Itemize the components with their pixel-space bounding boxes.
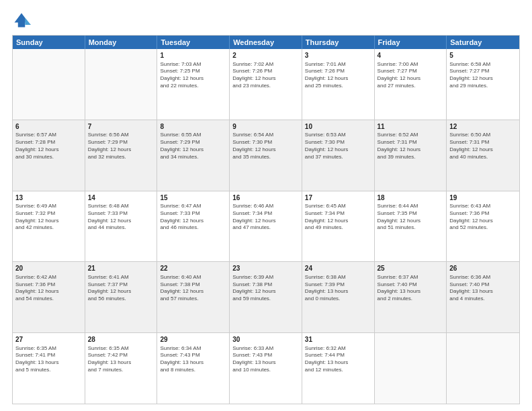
cell-info-line: Daylight: 12 hours	[15, 146, 82, 154]
day-cell-25: 25Sunrise: 6:37 AMSunset: 7:40 PMDayligh…	[375, 262, 447, 332]
cell-info-line: Daylight: 13 hours	[305, 288, 371, 295]
empty-cell	[375, 333, 447, 404]
cell-info-line: Sunset: 7:42 PM	[88, 352, 154, 359]
empty-cell	[447, 333, 519, 404]
day-number: 16	[232, 193, 299, 203]
cell-info-line: and 22 minutes.	[160, 83, 226, 90]
cell-info-line: Sunrise: 6:54 AM	[232, 132, 299, 139]
day-number: 8	[160, 122, 226, 132]
day-number: 15	[160, 193, 226, 203]
day-cell-2: 2Sunrise: 7:02 AMSunset: 7:26 PMDaylight…	[230, 49, 302, 120]
day-cell-11: 11Sunrise: 6:52 AMSunset: 7:31 PMDayligh…	[375, 120, 447, 191]
cell-info-line: and 27 minutes.	[378, 83, 444, 90]
cell-info-line: Sunrise: 6:37 AM	[378, 274, 444, 281]
cell-info-line: and 46 minutes.	[160, 224, 226, 232]
cell-info-line: Sunset: 7:35 PM	[378, 210, 444, 218]
cell-info-line: Sunset: 7:38 PM	[232, 281, 299, 289]
cell-info-line: Daylight: 12 hours	[88, 146, 154, 154]
cell-info-line: Sunset: 7:43 PM	[232, 352, 299, 359]
cell-info-line: Sunrise: 6:50 AM	[449, 132, 517, 139]
cell-info-line: Daylight: 12 hours	[160, 288, 226, 295]
cell-info-line: Sunset: 7:25 PM	[160, 68, 226, 75]
cell-info-line: Sunrise: 6:56 AM	[88, 132, 154, 139]
cell-info-line: Sunrise: 6:34 AM	[160, 345, 226, 353]
cell-info-line: and 0 minutes.	[305, 295, 371, 303]
cell-info-line: Sunset: 7:26 PM	[232, 68, 299, 75]
cell-info-line: Sunrise: 6:35 AM	[88, 345, 154, 353]
cell-info-line: Sunset: 7:37 PM	[88, 281, 154, 289]
day-number: 6	[15, 122, 82, 132]
cell-info-line: and 25 minutes.	[305, 83, 371, 90]
cell-info-line: Sunrise: 6:33 AM	[232, 345, 299, 353]
cell-info-line: and 37 minutes.	[305, 154, 371, 161]
day-number: 19	[449, 193, 517, 203]
day-number: 12	[449, 122, 517, 132]
day-cell-19: 19Sunrise: 6:43 AMSunset: 7:36 PMDayligh…	[447, 191, 519, 262]
cell-info-line: and 47 minutes.	[232, 224, 299, 232]
header-day-monday: Monday	[85, 36, 158, 49]
day-cell-9: 9Sunrise: 6:54 AMSunset: 7:30 PMDaylight…	[230, 120, 302, 191]
day-number: 26	[449, 264, 517, 273]
cell-info-line: and 5 minutes.	[15, 367, 82, 374]
cell-info-line: Daylight: 12 hours	[160, 218, 226, 225]
day-number: 14	[88, 193, 154, 203]
day-cell-21: 21Sunrise: 6:41 AMSunset: 7:37 PMDayligh…	[85, 262, 158, 332]
cell-info-line: Daylight: 13 hours	[449, 288, 517, 295]
cell-info-line: and 7 minutes.	[88, 367, 154, 374]
logo	[12, 11, 34, 30]
cell-info-line: Sunset: 7:27 PM	[378, 68, 444, 75]
cell-info-line: and 40 minutes.	[449, 154, 517, 161]
day-cell-24: 24Sunrise: 6:38 AMSunset: 7:39 PMDayligh…	[302, 262, 375, 332]
cell-info-line: Sunset: 7:29 PM	[160, 139, 226, 146]
cell-info-line: Sunset: 7:34 PM	[305, 210, 371, 218]
cell-info-line: Sunset: 7:34 PM	[232, 210, 299, 218]
header-day-saturday: Saturday	[447, 36, 519, 49]
cell-info-line: and 12 minutes.	[305, 367, 371, 374]
cell-info-line: Sunrise: 6:32 AM	[305, 345, 371, 353]
day-number: 20	[15, 264, 82, 273]
cell-info-line: Sunrise: 6:36 AM	[449, 274, 517, 281]
cell-info-line: Sunrise: 6:57 AM	[15, 132, 82, 139]
cell-info-line: Sunrise: 6:53 AM	[305, 132, 371, 139]
cell-info-line: Sunset: 7:33 PM	[160, 210, 226, 218]
cell-info-line: Daylight: 12 hours	[88, 288, 154, 295]
cell-info-line: and 35 minutes.	[232, 154, 299, 161]
cell-info-line: Sunset: 7:36 PM	[15, 281, 82, 289]
cell-info-line: and 32 minutes.	[88, 154, 154, 161]
day-number: 10	[305, 122, 371, 132]
header-day-thursday: Thursday	[302, 36, 375, 49]
day-cell-17: 17Sunrise: 6:45 AMSunset: 7:34 PMDayligh…	[302, 191, 375, 262]
day-number: 3	[305, 51, 371, 60]
cell-info-line: Daylight: 12 hours	[449, 75, 517, 83]
cell-info-line: Daylight: 12 hours	[232, 75, 299, 83]
cell-info-line: Daylight: 13 hours	[378, 288, 444, 295]
cell-info-line: Daylight: 12 hours	[160, 75, 226, 83]
logo-icon	[12, 11, 31, 30]
cell-info-line: Sunset: 7:33 PM	[88, 210, 154, 218]
cell-info-line: Daylight: 12 hours	[88, 218, 154, 225]
day-cell-13: 13Sunrise: 6:49 AMSunset: 7:32 PMDayligh…	[13, 191, 85, 262]
cell-info-line: and 34 minutes.	[160, 154, 226, 161]
day-number: 28	[88, 335, 154, 345]
day-cell-12: 12Sunrise: 6:50 AMSunset: 7:31 PMDayligh…	[447, 120, 519, 191]
cell-info-line: Sunrise: 6:40 AM	[160, 274, 226, 281]
cell-info-line: Sunrise: 7:01 AM	[305, 61, 371, 68]
cell-info-line: Daylight: 12 hours	[15, 288, 82, 295]
cell-info-line: Sunrise: 6:58 AM	[449, 61, 517, 68]
day-number: 31	[305, 335, 371, 345]
cell-info-line: Sunset: 7:31 PM	[378, 139, 444, 146]
cell-info-line: Sunrise: 6:46 AM	[232, 203, 299, 210]
cell-info-line: Sunrise: 7:03 AM	[160, 61, 226, 68]
cell-info-line: Daylight: 13 hours	[160, 359, 226, 367]
cell-info-line: Sunrise: 6:49 AM	[15, 203, 82, 210]
day-number: 13	[15, 193, 82, 203]
day-cell-22: 22Sunrise: 6:40 AMSunset: 7:38 PMDayligh…	[157, 262, 230, 332]
cell-info-line: Daylight: 12 hours	[15, 218, 82, 225]
day-cell-8: 8Sunrise: 6:55 AMSunset: 7:29 PMDaylight…	[157, 120, 230, 191]
calendar-row-1: 1Sunrise: 7:03 AMSunset: 7:25 PMDaylight…	[13, 49, 519, 120]
cell-info-line: and 42 minutes.	[15, 224, 82, 232]
cell-info-line: Sunrise: 6:55 AM	[160, 132, 226, 139]
cell-info-line: Daylight: 12 hours	[378, 75, 444, 83]
day-cell-31: 31Sunrise: 6:32 AMSunset: 7:44 PMDayligh…	[302, 333, 375, 404]
svg-marker-1	[25, 18, 31, 26]
